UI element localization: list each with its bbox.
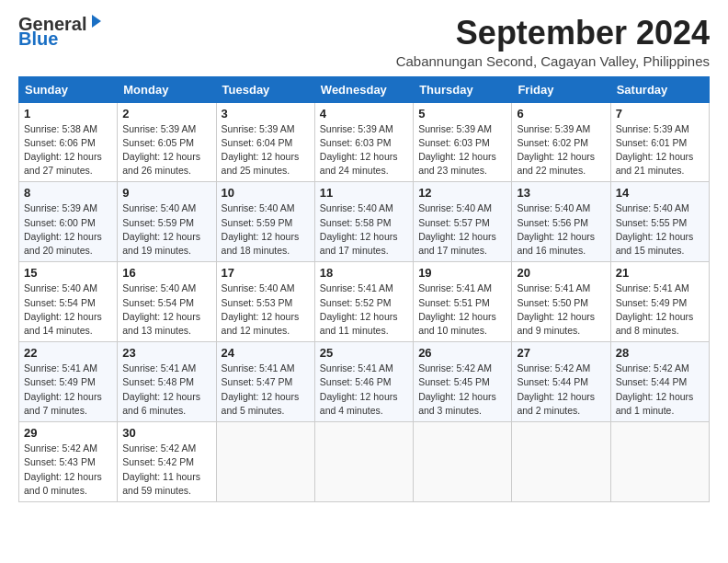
calendar-cell: [610, 422, 709, 502]
day-number: 20: [517, 266, 605, 280]
day-number: 24: [222, 346, 310, 360]
day-info: Sunrise: 5:40 AM Sunset: 5:57 PM Dayligh…: [418, 201, 506, 258]
calendar-cell: 16Sunrise: 5:40 AM Sunset: 5:54 PM Dayli…: [118, 262, 216, 342]
day-info: Sunrise: 5:41 AM Sunset: 5:52 PM Dayligh…: [320, 282, 408, 338]
day-info: Sunrise: 5:41 AM Sunset: 5:49 PM Dayligh…: [616, 282, 704, 338]
day-info: Sunrise: 5:40 AM Sunset: 5:58 PM Dayligh…: [320, 201, 408, 258]
day-number: 3: [222, 107, 310, 121]
calendar-cell: 28Sunrise: 5:42 AM Sunset: 5:44 PM Dayli…: [610, 342, 709, 422]
day-info: Sunrise: 5:40 AM Sunset: 5:53 PM Dayligh…: [222, 282, 310, 338]
day-info: Sunrise: 5:40 AM Sunset: 5:59 PM Dayligh…: [122, 201, 210, 258]
day-number: 21: [616, 266, 704, 280]
weekday-header-wednesday: Wednesday: [314, 76, 413, 102]
calendar-cell: 24Sunrise: 5:41 AM Sunset: 5:47 PM Dayli…: [216, 342, 314, 422]
day-info: Sunrise: 5:42 AM Sunset: 5:44 PM Dayligh…: [616, 362, 704, 418]
day-number: 16: [122, 266, 210, 280]
day-number: 23: [122, 346, 210, 360]
weekday-header-tuesday: Tuesday: [216, 76, 314, 102]
day-info: Sunrise: 5:41 AM Sunset: 5:49 PM Dayligh…: [24, 362, 112, 418]
day-info: Sunrise: 5:39 AM Sunset: 6:00 PM Dayligh…: [24, 201, 112, 258]
calendar-cell: 27Sunrise: 5:42 AM Sunset: 5:44 PM Dayli…: [512, 342, 610, 422]
logo: General Blue: [18, 15, 105, 48]
logo-text-block: General Blue: [18, 15, 105, 48]
calendar-week-1: 1Sunrise: 5:38 AM Sunset: 6:06 PM Daylig…: [19, 102, 710, 182]
calendar-cell: 23Sunrise: 5:41 AM Sunset: 5:48 PM Dayli…: [118, 342, 216, 422]
logo-arrow-icon: [88, 13, 105, 29]
day-number: 26: [418, 346, 506, 360]
day-info: Sunrise: 5:41 AM Sunset: 5:50 PM Dayligh…: [517, 282, 605, 338]
calendar-cell: 18Sunrise: 5:41 AM Sunset: 5:52 PM Dayli…: [314, 262, 413, 342]
calendar-cell: [216, 422, 314, 502]
calendar-cell: 26Sunrise: 5:42 AM Sunset: 5:45 PM Dayli…: [414, 342, 512, 422]
day-info: Sunrise: 5:39 AM Sunset: 6:04 PM Dayligh…: [222, 122, 310, 178]
calendar-cell: [414, 422, 512, 502]
day-info: Sunrise: 5:40 AM Sunset: 5:54 PM Dayligh…: [122, 282, 210, 338]
calendar-cell: [314, 422, 413, 502]
day-number: 14: [616, 186, 704, 200]
calendar-cell: 13Sunrise: 5:40 AM Sunset: 5:56 PM Dayli…: [512, 182, 610, 262]
day-number: 30: [122, 426, 210, 440]
day-number: 13: [517, 186, 605, 200]
calendar-cell: 9Sunrise: 5:40 AM Sunset: 5:59 PM Daylig…: [118, 182, 216, 262]
calendar-cell: 19Sunrise: 5:41 AM Sunset: 5:51 PM Dayli…: [414, 262, 512, 342]
calendar-cell: 11Sunrise: 5:40 AM Sunset: 5:58 PM Dayli…: [314, 182, 413, 262]
day-number: 29: [24, 426, 112, 440]
day-number: 7: [616, 107, 704, 121]
page-header: General Blue September 2024 Cabannungan …: [18, 15, 710, 69]
calendar-cell: 5Sunrise: 5:39 AM Sunset: 6:03 PM Daylig…: [414, 102, 512, 182]
day-info: Sunrise: 5:42 AM Sunset: 5:45 PM Dayligh…: [418, 362, 506, 418]
calendar-cell: 25Sunrise: 5:41 AM Sunset: 5:46 PM Dayli…: [314, 342, 413, 422]
day-info: Sunrise: 5:42 AM Sunset: 5:42 PM Dayligh…: [122, 442, 210, 498]
day-number: 28: [616, 346, 704, 360]
day-number: 8: [24, 186, 112, 200]
calendar-cell: 21Sunrise: 5:41 AM Sunset: 5:49 PM Dayli…: [610, 262, 709, 342]
day-number: 27: [517, 346, 605, 360]
day-number: 9: [122, 186, 210, 200]
calendar-cell: 1Sunrise: 5:38 AM Sunset: 6:06 PM Daylig…: [19, 102, 118, 182]
weekday-header-saturday: Saturday: [610, 76, 709, 102]
day-info: Sunrise: 5:41 AM Sunset: 5:47 PM Dayligh…: [222, 362, 310, 418]
day-info: Sunrise: 5:41 AM Sunset: 5:48 PM Dayligh…: [122, 362, 210, 418]
day-info: Sunrise: 5:40 AM Sunset: 5:59 PM Dayligh…: [222, 201, 310, 258]
day-number: 19: [418, 266, 506, 280]
weekday-header-friday: Friday: [512, 76, 610, 102]
day-number: 15: [24, 266, 112, 280]
calendar-cell: 22Sunrise: 5:41 AM Sunset: 5:49 PM Dayli…: [19, 342, 118, 422]
calendar-cell: 12Sunrise: 5:40 AM Sunset: 5:57 PM Dayli…: [414, 182, 512, 262]
calendar-cell: 20Sunrise: 5:41 AM Sunset: 5:50 PM Dayli…: [512, 262, 610, 342]
day-number: 11: [320, 186, 408, 200]
logo-blue: Blue: [18, 29, 58, 48]
calendar-header-row: SundayMondayTuesdayWednesdayThursdayFrid…: [19, 76, 710, 102]
calendar-cell: 15Sunrise: 5:40 AM Sunset: 5:54 PM Dayli…: [19, 262, 118, 342]
location-subtitle: Cabannungan Second, Cagayan Valley, Phil…: [396, 53, 710, 69]
day-number: 6: [517, 107, 605, 121]
day-number: 17: [222, 266, 310, 280]
calendar-cell: 30Sunrise: 5:42 AM Sunset: 5:42 PM Dayli…: [118, 422, 216, 502]
calendar-cell: 6Sunrise: 5:39 AM Sunset: 6:02 PM Daylig…: [512, 102, 610, 182]
weekday-header-monday: Monday: [118, 76, 216, 102]
calendar-cell: 10Sunrise: 5:40 AM Sunset: 5:59 PM Dayli…: [216, 182, 314, 262]
calendar-cell: 7Sunrise: 5:39 AM Sunset: 6:01 PM Daylig…: [610, 102, 709, 182]
title-block: September 2024 Cabannungan Second, Cagay…: [396, 15, 710, 69]
day-number: 4: [320, 107, 408, 121]
day-info: Sunrise: 5:39 AM Sunset: 6:03 PM Dayligh…: [320, 122, 408, 178]
day-number: 12: [418, 186, 506, 200]
day-number: 18: [320, 266, 408, 280]
day-info: Sunrise: 5:38 AM Sunset: 6:06 PM Dayligh…: [24, 122, 112, 178]
day-info: Sunrise: 5:39 AM Sunset: 6:05 PM Dayligh…: [122, 122, 210, 178]
day-number: 5: [418, 107, 506, 121]
weekday-header-thursday: Thursday: [414, 76, 512, 102]
calendar-cell: 8Sunrise: 5:39 AM Sunset: 6:00 PM Daylig…: [19, 182, 118, 262]
day-info: Sunrise: 5:40 AM Sunset: 5:55 PM Dayligh…: [616, 201, 704, 258]
calendar-cell: 14Sunrise: 5:40 AM Sunset: 5:55 PM Dayli…: [610, 182, 709, 262]
calendar-week-4: 22Sunrise: 5:41 AM Sunset: 5:49 PM Dayli…: [19, 342, 710, 422]
calendar-cell: 3Sunrise: 5:39 AM Sunset: 6:04 PM Daylig…: [216, 102, 314, 182]
calendar-table: SundayMondayTuesdayWednesdayThursdayFrid…: [18, 76, 710, 502]
day-info: Sunrise: 5:42 AM Sunset: 5:44 PM Dayligh…: [517, 362, 605, 418]
day-number: 1: [24, 107, 112, 121]
day-info: Sunrise: 5:39 AM Sunset: 6:02 PM Dayligh…: [517, 122, 605, 178]
calendar-week-2: 8Sunrise: 5:39 AM Sunset: 6:00 PM Daylig…: [19, 182, 710, 262]
day-info: Sunrise: 5:41 AM Sunset: 5:51 PM Dayligh…: [418, 282, 506, 338]
day-number: 25: [320, 346, 408, 360]
calendar-cell: 4Sunrise: 5:39 AM Sunset: 6:03 PM Daylig…: [314, 102, 413, 182]
